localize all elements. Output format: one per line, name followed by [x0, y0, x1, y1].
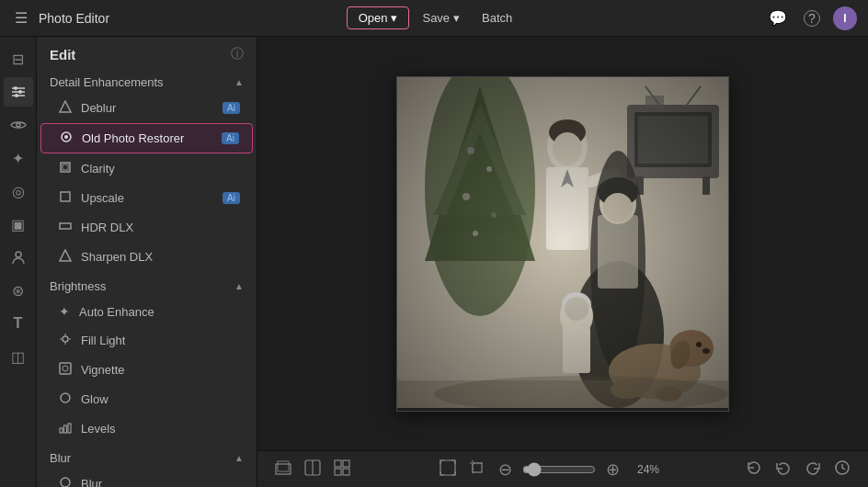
upscale-label: Upscale — [81, 191, 213, 205]
comment-button[interactable]: 💬 — [765, 6, 791, 30]
svg-rect-13 — [61, 192, 70, 201]
svg-point-5 — [15, 94, 18, 97]
photo-frame — [396, 76, 729, 412]
svg-point-10 — [64, 135, 68, 139]
sharpen-dlx-label: Sharpen DLX — [81, 250, 240, 264]
svg-rect-26 — [68, 424, 71, 433]
open-button[interactable]: Open ▾ — [347, 6, 410, 29]
sidebar-icon-sliders[interactable] — [4, 77, 33, 107]
user-avatar[interactable]: I — [833, 6, 857, 30]
zoom-out-icon[interactable]: ⊖ — [496, 457, 515, 482]
sliders-icon — [10, 84, 27, 100]
deblur-icon — [59, 100, 72, 116]
section-blur-title: Blur — [50, 451, 71, 465]
bottom-toolbar: ⊖ ⊕ 24% — [257, 450, 868, 487]
tool-blur[interactable]: Blur — [40, 470, 253, 487]
sidebar-icon-mask[interactable]: ◫ — [4, 342, 33, 371]
bottom-left — [272, 457, 353, 482]
svg-rect-25 — [64, 425, 67, 433]
upscale-icon — [59, 190, 72, 206]
svg-marker-15 — [60, 250, 71, 261]
fill-light-label: Fill Light — [81, 334, 240, 347]
tool-glow[interactable]: Glow — [40, 385, 253, 413]
sidebar-icon-eye[interactable] — [4, 110, 33, 140]
svg-rect-83 — [335, 469, 341, 475]
vignette-icon — [59, 362, 72, 378]
hdr-dlx-icon — [59, 220, 72, 235]
sidebar-icon-retouch[interactable]: ◎ — [4, 176, 33, 206]
canvas-area: ⊖ ⊕ 24% — [257, 37, 868, 487]
rotate-left-icon[interactable] — [743, 457, 765, 482]
tool-hdr-dlx[interactable]: HDR DLX — [40, 213, 253, 242]
old-photo-restorer-ai-badge: Ai — [222, 132, 239, 144]
zoom-slider[interactable] — [522, 462, 596, 477]
tool-old-photo-restorer[interactable]: Old Photo Restorer Ai — [40, 123, 253, 153]
fill-light-icon — [59, 333, 72, 348]
deblur-ai-badge: Ai — [223, 102, 240, 114]
svg-point-16 — [63, 336, 68, 342]
tool-clarity[interactable]: Clarity — [40, 154, 253, 183]
zoom-in-icon[interactable]: ⊕ — [603, 457, 622, 482]
tool-upscale[interactable]: Upscale Ai — [40, 184, 253, 212]
chevron-blur-icon: ▲ — [234, 453, 244, 463]
svg-point-27 — [61, 478, 70, 487]
tool-fill-light[interactable]: Fill Light — [40, 326, 253, 355]
tool-levels[interactable]: Levels — [40, 414, 253, 443]
canvas-content — [257, 37, 868, 450]
crop-icon[interactable] — [466, 457, 488, 482]
svg-rect-24 — [60, 428, 63, 433]
upscale-ai-badge: Ai — [223, 192, 240, 204]
sidebar-icon-layers[interactable]: ⊟ — [4, 44, 33, 74]
main-layout: ⊟ ✦ ◎ ▣ ⊛ T ◫ — [0, 37, 868, 487]
tool-vignette[interactable]: Vignette — [40, 356, 253, 384]
help-button[interactable]: ? — [800, 6, 824, 30]
panel-header: Edit ⓘ — [37, 37, 257, 68]
levels-icon — [59, 421, 72, 436]
glow-label: Glow — [81, 392, 240, 406]
layers-bottom-icon[interactable] — [272, 457, 294, 482]
topbar-right: 💬 ? I — [521, 6, 857, 30]
svg-rect-12 — [63, 164, 68, 170]
sidebar-icon-people[interactable] — [4, 243, 33, 272]
save-button[interactable]: Save ▾ — [413, 7, 469, 28]
section-brightness[interactable]: Brightness ▲ — [37, 272, 257, 297]
grid-icon[interactable] — [331, 457, 353, 482]
chevron-brightness-icon: ▲ — [234, 281, 244, 291]
blur-icon — [59, 476, 72, 487]
section-blur[interactable]: Blur ▲ — [37, 444, 257, 469]
topbar-left: ☰ Photo Editor — [11, 6, 347, 30]
info-icon[interactable]: ⓘ — [231, 46, 244, 62]
history-icon[interactable] — [831, 457, 853, 482]
undo-icon[interactable] — [772, 457, 794, 482]
tool-deblur[interactable]: Deblur Ai — [40, 94, 253, 122]
sidebar-icon-effects[interactable]: ✦ — [4, 143, 33, 173]
tool-auto-enhance[interactable]: ✦ Auto Enhance — [40, 298, 253, 325]
comment-icon: 💬 — [769, 10, 787, 26]
panel-title: Edit — [50, 47, 75, 62]
svg-rect-84 — [343, 469, 349, 475]
zoom-level: 24% — [630, 463, 659, 476]
svg-point-3 — [18, 90, 22, 94]
sidebar-icon-text[interactable]: T — [4, 309, 33, 338]
tools-panel: Edit ⓘ Detail Enhancements ▲ Deblur Ai O… — [37, 37, 257, 487]
svg-point-6 — [17, 123, 20, 127]
compare-icon[interactable] — [302, 457, 324, 482]
auto-enhance-icon: ✦ — [59, 304, 70, 319]
svg-point-22 — [63, 366, 68, 371]
section-detail-enhancements[interactable]: Detail Enhancements ▲ — [37, 68, 257, 93]
menu-button[interactable]: ☰ — [11, 6, 31, 30]
bottom-center: ⊖ ⊕ 24% — [437, 457, 659, 482]
tool-sharpen-dlx[interactable]: Sharpen DLX — [40, 243, 253, 271]
svg-rect-21 — [60, 363, 71, 374]
redo-icon[interactable] — [802, 457, 824, 482]
fit-to-screen-icon[interactable] — [437, 457, 459, 482]
batch-button[interactable]: Batch — [473, 7, 521, 28]
people-icon — [10, 249, 27, 266]
svg-point-23 — [61, 393, 70, 402]
save-label: Save — [422, 11, 450, 25]
old-photo-restorer-label: Old Photo Restorer — [82, 131, 212, 145]
sidebar-icon-objects[interactable]: ⊛ — [4, 276, 33, 305]
sharpen-dlx-icon — [59, 249, 72, 265]
svg-rect-81 — [335, 460, 341, 467]
sidebar-icon-frames[interactable]: ▣ — [4, 210, 33, 239]
